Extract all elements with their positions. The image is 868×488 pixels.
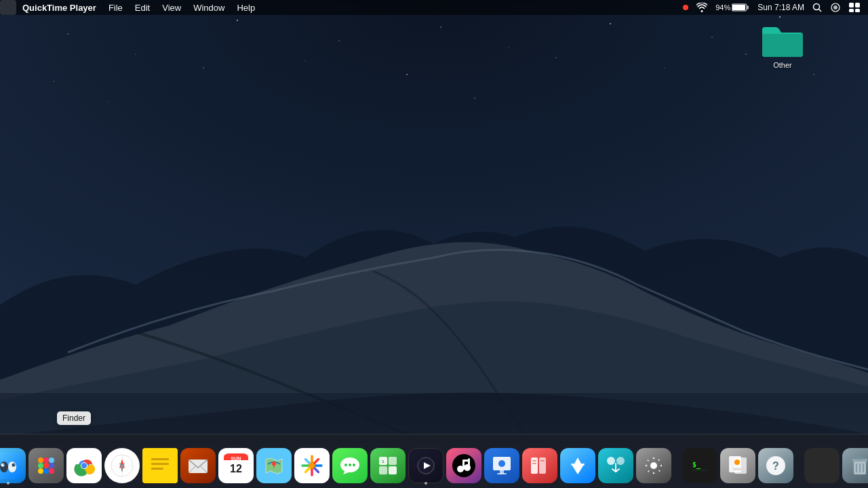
svg-rect-23 [747,6,749,9]
dock-item-sysprefs[interactable] [636,437,671,486]
file-menu[interactable]: File [102,0,129,15]
edit-menu[interactable]: Edit [129,0,156,15]
svg-point-111 [650,462,657,469]
maps-icon [256,448,292,483]
svg-rect-88 [389,466,397,474]
spotlight-icon[interactable] [810,3,825,12]
dock-item-photos[interactable] [294,437,330,486]
dock-item-launchpad[interactable] [28,437,64,486]
dock-item-preview[interactable] [720,437,755,486]
dock-item-quicktime[interactable] [408,437,443,486]
chrome-icon [66,448,102,483]
recording-indicator [680,5,691,10]
svg-point-15 [664,67,665,68]
svg-point-13 [406,74,408,75]
quicktime-icon [408,448,443,483]
preview-icon [720,448,755,483]
terminal-icon: $_ [682,448,717,483]
view-menu[interactable]: View [156,0,187,15]
svg-rect-101 [497,473,507,474]
svg-rect-31 [849,9,854,12]
svg-point-116 [734,460,740,465]
svg-point-102 [498,460,505,467]
svg-point-14 [555,57,556,58]
svg-rect-107 [540,460,545,462]
dock-item-calendar[interactable]: SUN 12 [218,437,254,486]
svg-line-26 [819,9,822,12]
svg-point-35 [8,462,16,472]
menubar: QuickTime Player File Edit View Window H… [0,0,868,15]
folder-label: Other [773,61,792,69]
window-menu[interactable]: Window [187,0,231,15]
safari-icon [104,448,140,483]
svg-rect-86 [389,457,397,465]
dock-item-numbers[interactable]: 1 [370,437,406,486]
app-name[interactable]: QuickTime Player [16,0,102,15]
menubar-left: QuickTime Player File Edit View Window H… [0,0,680,15]
dock-item-stickies[interactable] [142,437,178,486]
letteropener-icon [180,448,216,483]
dock-item-itunes[interactable] [446,437,481,486]
numbers-icon: 1 [370,448,406,483]
svg-rect-32 [855,9,860,12]
svg-point-6 [508,47,509,47]
svg-point-7 [610,23,611,24]
migrationassist-icon [598,448,633,483]
finder-icon [0,448,26,483]
help-menu[interactable]: Help [231,0,261,15]
itunes-icon [446,448,481,483]
svg-point-12 [304,60,305,61]
calendar-icon: SUN 12 [218,448,254,483]
dock-item-books[interactable] [522,437,557,486]
dock-item-terminal[interactable]: $_ [682,437,717,486]
dock-item-messages[interactable] [332,437,368,486]
dock-item-appstore[interactable] [560,437,595,486]
datetime[interactable]: Sun 7:18 AM [755,3,807,12]
dock: SUN 12 [0,434,868,488]
dock-item-chrome[interactable] [66,437,102,486]
svg-rect-61 [151,463,169,465]
svg-rect-30 [855,3,860,7]
svg-rect-105 [532,460,536,462]
svg-point-47 [43,468,49,474]
help-icon: ? [758,448,793,483]
dock-item-trash[interactable] [842,437,868,486]
svg-point-17 [813,74,814,75]
dock-item-blank[interactable] [804,437,840,486]
dock-item-migrationassist[interactable] [598,437,633,486]
svg-rect-103 [531,458,538,474]
svg-point-43 [38,463,43,468]
wifi-icon[interactable] [694,3,710,12]
stickies-icon [142,448,178,483]
svg-point-34 [0,462,8,472]
svg-point-8 [711,37,712,37]
svg-point-16 [745,54,747,55]
svg-rect-59 [149,454,172,477]
menubar-right: 94% Sun 7:18 AM [680,2,868,13]
svg-text:?: ? [772,460,779,472]
other-folder[interactable]: Other [758,20,807,72]
svg-point-40 [38,458,43,463]
dock-item-letteropener[interactable] [180,437,216,486]
dock-item-maps[interactable] [256,437,292,486]
svg-rect-60 [151,458,169,460]
siri-icon[interactable] [827,2,844,13]
svg-text:$_: $_ [692,461,701,469]
apple-menu[interactable] [0,0,16,15]
dock-item-safari[interactable] [104,437,140,486]
control-center-icon[interactable] [846,3,863,12]
svg-point-19 [474,98,475,99]
svg-point-109 [607,457,615,465]
svg-rect-121 [857,457,863,460]
quicktime-active-dot [425,482,427,485]
dock-item-help[interactable]: ? [758,437,793,486]
svg-rect-98 [462,460,470,462]
keynote-icon [484,448,519,483]
svg-point-9 [779,16,781,18]
dock-item-keynote[interactable] [484,437,519,486]
svg-rect-62 [151,468,163,470]
svg-rect-108 [571,464,585,466]
svg-point-110 [616,457,625,465]
blank-icon [804,448,840,483]
dock-item-finder[interactable] [0,437,26,486]
